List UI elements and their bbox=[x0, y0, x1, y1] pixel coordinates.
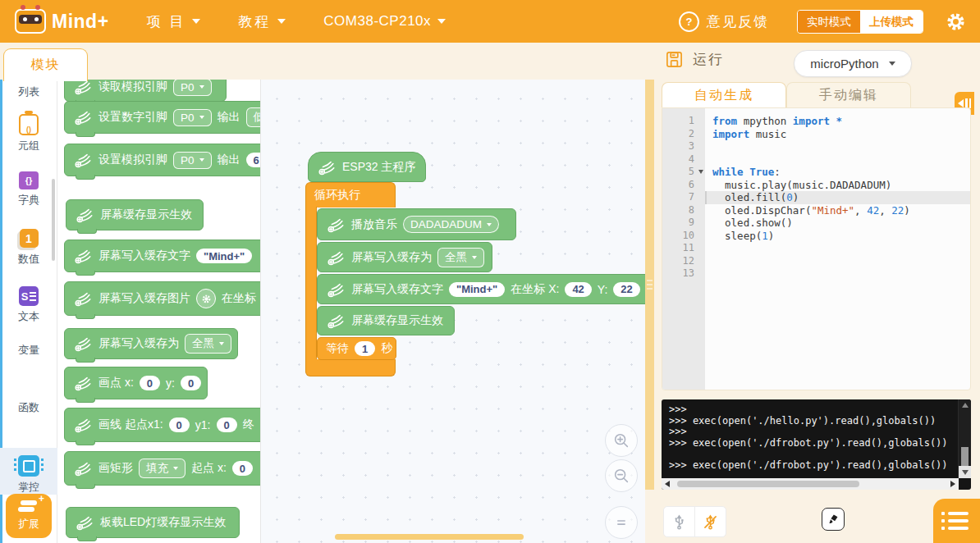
terminal-line: >>> exec(open('./dfrobot.py').read(),glo… bbox=[669, 438, 956, 449]
sidebar-item-variable[interactable]: 变量 bbox=[0, 343, 57, 358]
code-editor[interactable]: 1 from mpython import * 2 import music 3… bbox=[662, 107, 971, 390]
sidebar-scrollbar[interactable] bbox=[52, 179, 55, 261]
code-line: 4 bbox=[662, 153, 970, 167]
pin-dropdown[interactable]: P0 bbox=[173, 109, 212, 126]
sidebar-item-function[interactable]: 函数 bbox=[0, 400, 57, 415]
category-label: 字典 bbox=[18, 194, 39, 206]
screen-write-text-block[interactable]: 屏幕写入缓存文字 "Mind+" 在坐标 X: 42 Y: 22 bbox=[317, 274, 645, 304]
sidebar-item-board[interactable]: 掌控 bbox=[0, 455, 57, 495]
usb-connect-button[interactable] bbox=[664, 507, 695, 536]
text-input[interactable]: "Mind+" bbox=[449, 282, 505, 297]
fill-mode-dropdown[interactable]: 填充 bbox=[139, 459, 185, 478]
block-workspace[interactable]: ESP32 主程序 循环执行 播放音乐 DADADADUM 屏幕写入缓存为 全黑… bbox=[261, 80, 645, 543]
workspace-horizontal-scrollbar[interactable] bbox=[335, 534, 524, 540]
scroll-left-icon[interactable] bbox=[665, 481, 670, 487]
terminal-line: >>> bbox=[669, 404, 956, 416]
screen-write-text-block[interactable]: 屏幕写入缓存文字 "Mind+" bbox=[64, 240, 261, 272]
mpython-hand-icon bbox=[326, 215, 346, 235]
terminal-line bbox=[669, 449, 956, 460]
music-dropdown[interactable]: DADADADUM bbox=[403, 216, 499, 233]
tab-manual-edit[interactable]: 手动编辑 bbox=[786, 82, 911, 107]
category-label: 掌控 bbox=[18, 481, 39, 493]
terminal-horizontal-scrollbar[interactable] bbox=[662, 478, 959, 490]
tab-modules[interactable]: 模块 bbox=[3, 48, 88, 81]
esp32-main-hat-block[interactable]: ESP32 主程序 bbox=[308, 152, 426, 182]
language-value: microPython bbox=[810, 57, 878, 71]
x1-input[interactable]: 0 bbox=[169, 418, 190, 432]
screen-fill-block[interactable]: 屏幕写入缓存为 全黑 bbox=[317, 242, 492, 272]
terminal-vertical-scrollbar[interactable] bbox=[958, 399, 971, 478]
scroll-down-icon[interactable] bbox=[959, 466, 971, 478]
draw-rect-block[interactable]: 画矩形 填充 起点 x: 0 bbox=[64, 451, 261, 486]
loop-forever-block[interactable]: 循环执行 bbox=[305, 182, 396, 208]
flash-icon bbox=[665, 50, 684, 69]
x-input[interactable]: 0 bbox=[140, 376, 160, 390]
scroll-up-icon[interactable] bbox=[962, 403, 969, 408]
play-music-block[interactable]: 播放音乐 DADADADUM bbox=[317, 208, 516, 240]
y1-input[interactable]: 0 bbox=[217, 418, 237, 432]
file-menu-button[interactable] bbox=[933, 499, 980, 543]
mindplus-logo[interactable]: Mind+ bbox=[15, 9, 109, 34]
screen-write-image-block[interactable]: 屏幕写入缓存图片 在坐标 bbox=[64, 281, 261, 316]
menu-project[interactable]: 项 目 bbox=[147, 12, 201, 31]
menu-tutorial[interactable]: 教程 bbox=[238, 12, 286, 31]
panel-resize-divider[interactable] bbox=[645, 80, 654, 490]
screen-apply-block[interactable]: 屏幕缓存显示生效 bbox=[317, 306, 455, 335]
fill-color-dropdown[interactable]: 全黑 bbox=[185, 334, 231, 354]
level-dropdown[interactable]: 低 bbox=[246, 107, 261, 127]
loop-forever-spine[interactable] bbox=[305, 207, 317, 359]
zoom-in-icon bbox=[612, 431, 630, 449]
read-analog-pin-block[interactable]: 读取模拟引脚 P0 bbox=[64, 80, 227, 102]
screen-cache-apply-block[interactable]: 屏幕缓存显示生效 bbox=[66, 199, 204, 230]
clear-terminal-button[interactable] bbox=[822, 508, 845, 531]
sidebar-item-dict[interactable]: {} 字典 bbox=[0, 171, 57, 208]
category-label: 元组 bbox=[18, 139, 39, 152]
zoom-in-button[interactable] bbox=[605, 424, 638, 457]
code-fold-icon[interactable] bbox=[698, 170, 703, 174]
wait-block[interactable]: 等待 1 秒 bbox=[317, 337, 396, 360]
sidebar-item-list[interactable]: 列表 bbox=[0, 84, 57, 99]
language-select[interactable]: microPython bbox=[794, 50, 912, 77]
mpython-hand-icon bbox=[317, 157, 337, 177]
sidebar-item-tuple[interactable]: () 元组 bbox=[0, 114, 57, 153]
feedback-button[interactable]: ? 意见反馈 bbox=[679, 11, 769, 32]
run-button[interactable]: 运行 bbox=[665, 50, 724, 69]
code-line: 10 sleep(1) bbox=[662, 230, 970, 243]
pin-dropdown[interactable]: P0 bbox=[173, 152, 212, 169]
pin-dropdown[interactable]: P0 bbox=[173, 80, 212, 96]
x-input[interactable]: 42 bbox=[565, 282, 591, 297]
extension-button[interactable]: 扩展 bbox=[6, 494, 52, 538]
tab-auto-generate[interactable]: 自动生成 bbox=[662, 82, 786, 107]
draw-line-block[interactable]: 画线 起点x1: 0 y1: 0 终 bbox=[64, 408, 261, 442]
image-gear-icon[interactable] bbox=[196, 289, 216, 308]
extension-label: 扩展 bbox=[18, 517, 39, 532]
draw-point-block[interactable]: 画点 x: 0 y: 0 bbox=[64, 367, 208, 399]
realtime-mode-button[interactable]: 实时模式 bbox=[798, 11, 860, 33]
mpython-hand-icon bbox=[75, 205, 94, 225]
y-input[interactable]: 0 bbox=[181, 376, 201, 390]
zoom-out-button[interactable] bbox=[605, 459, 638, 492]
upload-mode-button[interactable]: 上传模式 bbox=[860, 11, 923, 33]
fill-color-dropdown[interactable]: 全黑 bbox=[437, 248, 484, 267]
scrollbar-thumb[interactable] bbox=[677, 481, 859, 487]
y-input[interactable]: 22 bbox=[613, 282, 639, 297]
text-icon: S bbox=[19, 286, 39, 306]
onboard-led-apply-block[interactable]: 板载LED灯缓存显示生效 bbox=[66, 507, 240, 538]
screen-fill-block[interactable]: 屏幕写入缓存为 全黑 bbox=[64, 328, 238, 359]
settings-gear-icon[interactable] bbox=[945, 11, 967, 33]
value-input[interactable]: 6 bbox=[246, 153, 261, 167]
menu-serial-port[interactable]: COM38-CP210x bbox=[323, 13, 446, 30]
set-digital-pin-block[interactable]: 设置数字引脚 P0 输出 低 bbox=[64, 101, 261, 134]
scroll-right-icon[interactable] bbox=[950, 481, 955, 487]
zoom-reset-button[interactable] bbox=[605, 506, 638, 539]
x-input[interactable]: 0 bbox=[232, 461, 253, 476]
repl-terminal[interactable]: >>> >>> exec(open('./hello.py').read(),g… bbox=[662, 399, 971, 490]
seconds-input[interactable]: 1 bbox=[355, 341, 375, 356]
loop-forever-foot[interactable] bbox=[305, 359, 396, 376]
usb-disconnect-button[interactable] bbox=[695, 507, 726, 536]
extension-blocks-icon bbox=[18, 500, 39, 513]
sidebar-item-text[interactable]: S 文本 bbox=[0, 286, 57, 324]
sidebar-item-number[interactable]: 1 数值 bbox=[0, 229, 57, 267]
set-analog-pin-block[interactable]: 设置模拟引脚 P0 输出 6 bbox=[64, 144, 261, 176]
text-input[interactable]: "Mind+" bbox=[196, 249, 252, 263]
